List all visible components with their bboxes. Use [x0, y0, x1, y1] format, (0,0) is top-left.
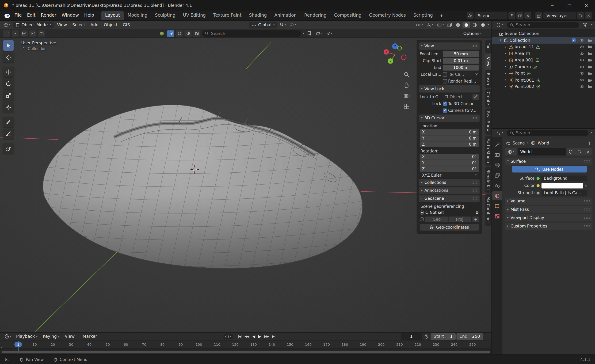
new-world-button[interactable] — [575, 148, 584, 155]
transform-tool[interactable] — [3, 102, 14, 112]
hide-in-viewport-toggle[interactable] — [578, 58, 585, 62]
workspace-tab[interactable]: Scripting — [410, 11, 437, 20]
use-preview-range-button[interactable] — [423, 334, 430, 340]
workspace-tab[interactable]: Animation — [270, 11, 300, 20]
outliner-filter-button[interactable] — [581, 22, 589, 28]
menu-item[interactable]: Window — [59, 12, 81, 20]
outliner-row[interactable]: ▸ Camera ✓ — [492, 63, 595, 70]
properties-panel-header[interactable]: ▸ Viewport Display — [505, 214, 592, 221]
sidebar-tab[interactable]: Earth Studio — [485, 136, 492, 166]
clear-local-camera-button[interactable]: × — [474, 72, 479, 76]
clip-end-field[interactable]: 1000 m — [443, 65, 479, 70]
breadcrumb-scene[interactable]: Scene — [513, 141, 525, 145]
close-button[interactable]: × — [578, 0, 595, 11]
move-tool[interactable] — [3, 67, 14, 77]
proportional-editing-toggle[interactable]: ▾ — [288, 22, 298, 28]
crs-radio[interactable] — [420, 210, 424, 215]
gis-toggle-2[interactable] — [176, 30, 183, 37]
workspace-tab[interactable]: Layout — [101, 11, 124, 20]
cursor-rotation-field[interactable]: Y0° — [420, 160, 479, 166]
cursor-location-field[interactable]: Y0 m — [420, 135, 479, 141]
jump-to-end-button[interactable]: ▶| — [270, 334, 277, 339]
viewport-menu-item[interactable]: GIS — [120, 21, 133, 29]
outliner-row[interactable]: ▸ Point ✓ — [492, 70, 595, 77]
disable-in-render-toggle[interactable] — [586, 38, 593, 42]
timeline-menu-item[interactable]: Playback ▾ — [13, 333, 40, 340]
focal-length-field[interactable]: 50 mm — [443, 51, 479, 56]
axis-neg-y-ball[interactable] — [397, 46, 402, 50]
menu-item[interactable]: Edit — [24, 12, 38, 20]
properties-tab-scene[interactable] — [492, 181, 503, 190]
add-cube-tool[interactable] — [3, 143, 14, 154]
orientation-selector[interactable]: Global ▾ — [249, 21, 277, 28]
workspace-tab[interactable]: Shading — [245, 11, 270, 20]
auto-key-group[interactable]: ▾ — [223, 334, 233, 339]
panel-grip[interactable] — [471, 45, 477, 47]
workspace-tab[interactable]: Sculpting — [151, 11, 179, 20]
disable-in-render-toggle[interactable] — [586, 78, 593, 82]
panel-grip[interactable] — [471, 197, 477, 200]
shading-solid-button[interactable] — [463, 22, 470, 28]
gizmos-dropdown[interactable]: ▾ — [425, 22, 435, 28]
viewlayer-selector[interactable]: ViewLayer — [543, 12, 576, 19]
viewport-3d[interactable]: User Perspective (1) Collection — [0, 38, 491, 332]
pan-button[interactable] — [402, 80, 411, 90]
select-box-tool[interactable] — [3, 40, 14, 51]
remove-viewlayer-button[interactable]: × — [585, 12, 592, 19]
surface-shader-field[interactable]: Background — [541, 176, 587, 181]
options-dropdown[interactable]: Options▾ — [462, 30, 483, 36]
minimize-button[interactable]: ─ — [544, 0, 561, 11]
properties-search-input[interactable]: Search — [507, 130, 589, 136]
workspace-tab[interactable]: Rendering — [300, 11, 330, 20]
timeline-ruler[interactable]: 1102030405060708090100110120130140150160… — [0, 341, 491, 348]
hide-in-viewport-toggle[interactable] — [578, 38, 585, 42]
navigation-gizmo[interactable]: Z X Y — [383, 42, 407, 67]
current-frame-field[interactable]: 1 — [401, 333, 422, 340]
workspace-tab[interactable]: UV Editing — [179, 11, 210, 20]
shading-material-button[interactable] — [471, 22, 479, 28]
properties-panel-header[interactable]: ▸ Mist Pass — [505, 206, 592, 213]
frame-end-field[interactable]: End 250 — [457, 333, 483, 340]
toggle-ortho-button[interactable] — [402, 102, 411, 111]
properties-tab-output[interactable] — [492, 161, 503, 170]
hide-in-viewport-toggle[interactable] — [578, 52, 585, 55]
properties-tab-object[interactable] — [492, 201, 503, 210]
properties-panel-header[interactable]: ▸ Volume — [505, 197, 592, 205]
select-mode-extend-button[interactable] — [12, 30, 19, 37]
select-mode-intersect-button[interactable] — [38, 30, 45, 37]
play-button[interactable]: ▶ — [257, 334, 262, 340]
view-lock-panel-header[interactable]: ▾ View Lock — [419, 85, 480, 93]
eyedropper-button[interactable] — [473, 94, 479, 99]
scene-browse-button[interactable] — [467, 12, 474, 19]
measure-tool[interactable] — [3, 128, 14, 139]
rotation-order-dropdown[interactable]: XYZ Euler ▾ — [420, 172, 479, 178]
collection-checkbox[interactable]: ✓ — [572, 38, 575, 42]
crs-radio-2[interactable] — [420, 217, 424, 221]
geo-coordinates-button[interactable]: Geo-coordinates — [420, 224, 479, 230]
scene-selector[interactable]: Scene — [475, 12, 507, 19]
annotations-panel-header[interactable]: ▸ Annotations — [419, 187, 480, 194]
timeline-menu-item[interactable]: Marker ▾ — [80, 333, 102, 340]
zoom-button[interactable] — [402, 70, 411, 79]
proj-button[interactable]: Proj — [448, 217, 471, 222]
lock-to-object-field[interactable]: Object — [443, 94, 471, 99]
use-nodes-button[interactable]: Use Nodes — [512, 166, 587, 172]
viewlayer-browse-button[interactable] — [535, 12, 542, 19]
gis-toggle-4[interactable] — [193, 30, 200, 37]
sidebar-tab[interactable]: Real Snow — [485, 109, 492, 134]
shading-rendered-button[interactable] — [479, 22, 487, 28]
properties-options-dropdown[interactable]: ▾ — [591, 132, 592, 134]
import-dropdown[interactable]: ▾ — [314, 31, 323, 36]
viewport-menu-item[interactable]: Object — [101, 21, 120, 29]
workspace-tab[interactable]: Texture Paint — [210, 11, 245, 20]
sidebar-tab[interactable]: Create — [485, 89, 492, 107]
disable-in-render-toggle[interactable] — [586, 45, 593, 49]
pin-id-button[interactable] — [588, 141, 592, 145]
properties-tab-render[interactable] — [492, 150, 503, 159]
outliner-row[interactable]: Scene Collection ✓ — [492, 30, 595, 37]
cursor-rotation-field[interactable]: Z0° — [420, 166, 479, 172]
disable-in-render-toggle[interactable] — [586, 65, 593, 69]
panel-grip[interactable] — [471, 181, 477, 184]
outliner-row[interactable]: ▾ Collection ✓ — [492, 37, 595, 44]
sidebar-tab[interactable]: Tool — [485, 40, 492, 53]
